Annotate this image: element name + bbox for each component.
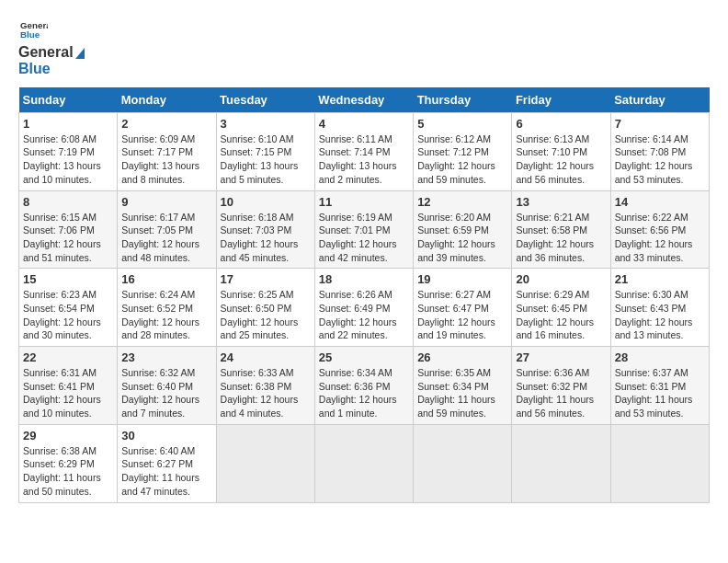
day-number: 2 xyxy=(121,117,211,131)
calendar-cell: 29Sunrise: 6:38 AMSunset: 6:29 PMDayligh… xyxy=(19,424,118,502)
calendar-cell xyxy=(512,424,610,502)
day-header-friday: Friday xyxy=(512,87,610,113)
cell-details: Sunrise: 6:29 AMSunset: 6:45 PMDaylight:… xyxy=(516,288,606,342)
day-number: 28 xyxy=(615,350,705,364)
day-number: 16 xyxy=(121,272,211,286)
cell-details: Sunrise: 6:15 AMSunset: 7:06 PMDaylight:… xyxy=(23,211,113,265)
week-row-1: 1Sunrise: 6:08 AMSunset: 7:19 PMDaylight… xyxy=(19,112,710,190)
cell-details: Sunrise: 6:35 AMSunset: 6:34 PMDaylight:… xyxy=(417,366,507,420)
calendar-cell: 20Sunrise: 6:29 AMSunset: 6:45 PMDayligh… xyxy=(512,269,610,347)
calendar-cell: 17Sunrise: 6:25 AMSunset: 6:50 PMDayligh… xyxy=(216,269,314,347)
calendar-cell: 15Sunrise: 6:23 AMSunset: 6:54 PMDayligh… xyxy=(19,269,118,347)
cell-details: Sunrise: 6:18 AMSunset: 7:03 PMDaylight:… xyxy=(221,211,311,265)
day-number: 23 xyxy=(121,350,211,364)
calendar-cell: 14Sunrise: 6:22 AMSunset: 6:56 PMDayligh… xyxy=(610,190,709,269)
cell-details: Sunrise: 6:08 AMSunset: 7:19 PMDaylight:… xyxy=(23,132,113,187)
day-header-thursday: Thursday xyxy=(414,87,512,113)
calendar-cell xyxy=(216,424,314,502)
calendar-cell: 11Sunrise: 6:19 AMSunset: 7:01 PMDayligh… xyxy=(314,190,413,269)
calendar-cell: 22Sunrise: 6:31 AMSunset: 6:41 PMDayligh… xyxy=(19,347,118,425)
calendar-cell: 7Sunrise: 6:14 AMSunset: 7:08 PMDaylight… xyxy=(610,112,709,190)
day-header-tuesday: Tuesday xyxy=(216,87,314,113)
calendar-cell: 27Sunrise: 6:36 AMSunset: 6:32 PMDayligh… xyxy=(512,347,610,425)
day-number: 19 xyxy=(417,272,507,286)
calendar-cell: 30Sunrise: 6:40 AMSunset: 6:27 PMDayligh… xyxy=(118,424,216,502)
day-number: 8 xyxy=(23,195,113,209)
day-header-monday: Monday xyxy=(118,87,216,113)
logo-icon: General Blue xyxy=(20,18,48,40)
cell-details: Sunrise: 6:09 AMSunset: 7:17 PMDaylight:… xyxy=(121,132,211,187)
cell-details: Sunrise: 6:10 AMSunset: 7:15 PMDaylight:… xyxy=(221,132,311,187)
logo: General Blue General Blue xyxy=(18,18,85,78)
week-row-3: 15Sunrise: 6:23 AMSunset: 6:54 PMDayligh… xyxy=(19,269,710,347)
cell-details: Sunrise: 6:13 AMSunset: 7:10 PMDaylight:… xyxy=(516,132,606,187)
cell-details: Sunrise: 6:22 AMSunset: 6:56 PMDaylight:… xyxy=(615,211,705,265)
cell-details: Sunrise: 6:36 AMSunset: 6:32 PMDaylight:… xyxy=(516,366,606,420)
calendar-cell: 13Sunrise: 6:21 AMSunset: 6:58 PMDayligh… xyxy=(512,190,610,269)
calendar-cell: 25Sunrise: 6:34 AMSunset: 6:36 PMDayligh… xyxy=(314,347,413,425)
calendar-cell: 26Sunrise: 6:35 AMSunset: 6:34 PMDayligh… xyxy=(414,347,512,425)
cell-details: Sunrise: 6:34 AMSunset: 6:36 PMDaylight:… xyxy=(319,366,409,420)
day-number: 13 xyxy=(516,195,606,209)
day-number: 1 xyxy=(23,117,113,131)
cell-details: Sunrise: 6:21 AMSunset: 6:58 PMDaylight:… xyxy=(516,211,606,265)
day-number: 11 xyxy=(319,195,409,209)
cell-details: Sunrise: 6:40 AMSunset: 6:27 PMDaylight:… xyxy=(121,444,211,499)
cell-details: Sunrise: 6:25 AMSunset: 6:50 PMDaylight:… xyxy=(221,288,311,342)
week-row-2: 8Sunrise: 6:15 AMSunset: 7:06 PMDaylight… xyxy=(19,190,710,269)
day-number: 17 xyxy=(221,272,311,286)
cell-details: Sunrise: 6:12 AMSunset: 7:12 PMDaylight:… xyxy=(417,132,507,187)
calendar-cell xyxy=(414,424,512,502)
cell-details: Sunrise: 6:17 AMSunset: 7:05 PMDaylight:… xyxy=(121,211,211,265)
cell-details: Sunrise: 6:38 AMSunset: 6:29 PMDaylight:… xyxy=(23,444,113,499)
day-number: 14 xyxy=(615,195,705,209)
day-number: 25 xyxy=(319,350,409,364)
day-number: 5 xyxy=(417,117,507,131)
cell-details: Sunrise: 6:23 AMSunset: 6:54 PMDaylight:… xyxy=(23,288,113,342)
day-header-saturday: Saturday xyxy=(610,87,709,113)
calendar-cell: 18Sunrise: 6:26 AMSunset: 6:49 PMDayligh… xyxy=(314,269,413,347)
svg-text:General: General xyxy=(20,20,48,30)
calendar-cell: 19Sunrise: 6:27 AMSunset: 6:47 PMDayligh… xyxy=(414,269,512,347)
cell-details: Sunrise: 6:26 AMSunset: 6:49 PMDaylight:… xyxy=(319,288,409,342)
day-number: 15 xyxy=(23,272,113,286)
cell-details: Sunrise: 6:30 AMSunset: 6:43 PMDaylight:… xyxy=(615,288,705,342)
day-number: 6 xyxy=(516,117,606,131)
day-number: 26 xyxy=(417,350,507,364)
day-number: 9 xyxy=(121,195,211,209)
day-number: 20 xyxy=(516,272,606,286)
day-number: 7 xyxy=(615,117,705,131)
cell-details: Sunrise: 6:27 AMSunset: 6:47 PMDaylight:… xyxy=(417,288,507,342)
day-number: 27 xyxy=(516,350,606,364)
svg-text:Blue: Blue xyxy=(20,29,40,40)
calendar-cell: 23Sunrise: 6:32 AMSunset: 6:40 PMDayligh… xyxy=(118,347,216,425)
calendar-table: SundayMondayTuesdayWednesdayThursdayFrid… xyxy=(18,87,710,503)
calendar-cell: 2Sunrise: 6:09 AMSunset: 7:17 PMDaylight… xyxy=(118,112,216,190)
calendar-cell: 12Sunrise: 6:20 AMSunset: 6:59 PMDayligh… xyxy=(414,190,512,269)
cell-details: Sunrise: 6:24 AMSunset: 6:52 PMDaylight:… xyxy=(121,288,211,342)
calendar-cell: 28Sunrise: 6:37 AMSunset: 6:31 PMDayligh… xyxy=(610,347,709,425)
day-number: 3 xyxy=(221,117,311,131)
week-row-5: 29Sunrise: 6:38 AMSunset: 6:29 PMDayligh… xyxy=(19,424,710,502)
logo-text: General Blue xyxy=(18,44,85,78)
day-number: 21 xyxy=(615,272,705,286)
calendar-cell: 4Sunrise: 6:11 AMSunset: 7:14 PMDaylight… xyxy=(314,112,413,190)
day-number: 24 xyxy=(221,350,311,364)
cell-details: Sunrise: 6:32 AMSunset: 6:40 PMDaylight:… xyxy=(121,366,211,420)
day-header-wednesday: Wednesday xyxy=(314,87,413,113)
calendar-cell xyxy=(610,424,709,502)
calendar-cell: 6Sunrise: 6:13 AMSunset: 7:10 PMDaylight… xyxy=(512,112,610,190)
calendar-cell: 10Sunrise: 6:18 AMSunset: 7:03 PMDayligh… xyxy=(216,190,314,269)
day-number: 4 xyxy=(319,117,409,131)
calendar-cell: 5Sunrise: 6:12 AMSunset: 7:12 PMDaylight… xyxy=(414,112,512,190)
header-row: SundayMondayTuesdayWednesdayThursdayFrid… xyxy=(19,87,710,113)
cell-details: Sunrise: 6:20 AMSunset: 6:59 PMDaylight:… xyxy=(417,211,507,265)
cell-details: Sunrise: 6:33 AMSunset: 6:38 PMDaylight:… xyxy=(221,366,311,420)
calendar-cell: 16Sunrise: 6:24 AMSunset: 6:52 PMDayligh… xyxy=(118,269,216,347)
cell-details: Sunrise: 6:31 AMSunset: 6:41 PMDaylight:… xyxy=(23,366,113,420)
cell-details: Sunrise: 6:19 AMSunset: 7:01 PMDaylight:… xyxy=(319,211,409,265)
day-number: 18 xyxy=(319,272,409,286)
header: General Blue General Blue xyxy=(18,18,710,78)
calendar-cell: 3Sunrise: 6:10 AMSunset: 7:15 PMDaylight… xyxy=(216,112,314,190)
day-number: 29 xyxy=(23,429,113,442)
